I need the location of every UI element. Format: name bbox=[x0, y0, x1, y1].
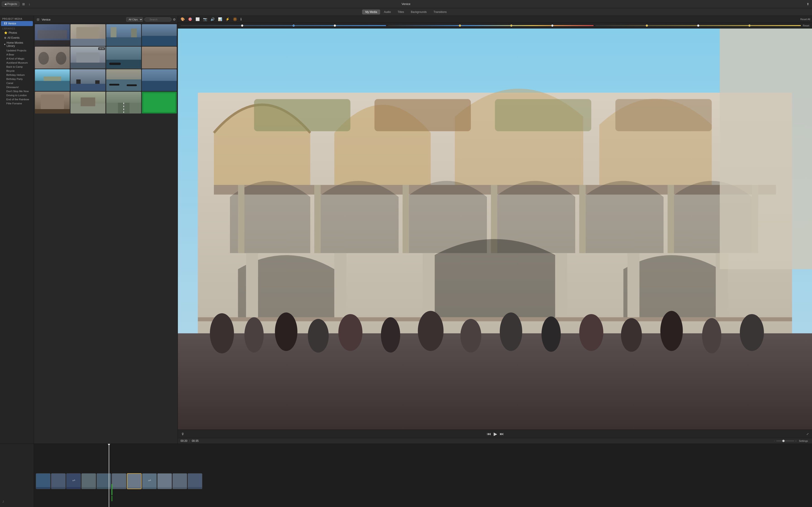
sidebar-sub-a-bear[interactable]: A Bear bbox=[1, 53, 33, 57]
timeline-clip[interactable] bbox=[36, 473, 51, 489]
sidebar-sub-fete-forraine[interactable]: Fête Forraine bbox=[1, 101, 33, 106]
fullscreen-button[interactable]: ⤢ bbox=[806, 432, 809, 436]
media-thumb[interactable] bbox=[35, 47, 70, 68]
sidebar-sub-auckland[interactable]: Auckland Museum bbox=[1, 61, 33, 65]
media-thumb[interactable] bbox=[142, 24, 177, 46]
svg-rect-105 bbox=[157, 473, 172, 489]
sidebar-item-home-movies[interactable]: ▾ Home Movies Library bbox=[1, 40, 33, 48]
info-button[interactable]: ℹ bbox=[240, 17, 243, 22]
stabilization-button[interactable]: 🔆 bbox=[232, 17, 238, 22]
total-time: 00:35 bbox=[192, 439, 198, 443]
svg-rect-61 bbox=[495, 99, 591, 131]
media-thumb[interactable] bbox=[35, 69, 70, 91]
audio-button[interactable]: 🔊 bbox=[210, 17, 216, 22]
import-button[interactable]: ↓ bbox=[28, 2, 31, 6]
sidebar-sub-end-rainbow[interactable]: End of the Rainbow bbox=[1, 97, 33, 101]
slider-handle-2[interactable] bbox=[293, 24, 295, 27]
sidebar-sub-bicycle[interactable]: Bicycle bbox=[1, 69, 33, 73]
grid-view-button[interactable]: ⊟ bbox=[36, 17, 40, 22]
zoom-handle[interactable] bbox=[782, 440, 784, 442]
timeline-clip[interactable] bbox=[97, 473, 111, 489]
slider-handle-9[interactable] bbox=[748, 24, 751, 27]
media-thumb[interactable] bbox=[35, 92, 70, 113]
media-thumb-road[interactable] bbox=[106, 92, 141, 113]
sidebar-item-venice[interactable]: 🎞 Venice bbox=[1, 21, 33, 26]
color-slider-1[interactable] bbox=[181, 25, 386, 26]
svg-rect-100 bbox=[127, 474, 142, 489]
share-button[interactable]: ⬆ bbox=[806, 2, 810, 6]
media-thumb-green-screen[interactable] bbox=[142, 92, 177, 113]
tab-audio[interactable]: Audio bbox=[380, 9, 394, 14]
zoom-controls: − + Settings bbox=[774, 439, 809, 443]
microphone-button[interactable]: 🎙 bbox=[181, 432, 185, 436]
svg-point-74 bbox=[308, 319, 329, 353]
zoom-track[interactable] bbox=[776, 441, 794, 441]
slider-handle-8[interactable] bbox=[697, 24, 699, 27]
color-slider-2[interactable] bbox=[388, 25, 593, 26]
sidebar-item-all-events[interactable]: ⊕ All Events bbox=[1, 35, 33, 40]
svg-rect-97 bbox=[97, 487, 111, 489]
media-thumb[interactable] bbox=[70, 92, 105, 113]
svg-rect-29 bbox=[95, 80, 100, 84]
slider-handle-4[interactable] bbox=[459, 24, 461, 27]
reset-color-button[interactable]: Reset bbox=[803, 24, 809, 27]
timeline-clip[interactable] bbox=[188, 473, 202, 489]
slider-group-2 bbox=[388, 25, 593, 26]
media-thumb[interactable] bbox=[35, 24, 70, 46]
media-thumb[interactable] bbox=[106, 47, 141, 68]
sidebar-sub-kind-of-magic[interactable]: A Kind of Magic bbox=[1, 57, 33, 61]
color-slider-3[interactable] bbox=[595, 25, 801, 26]
browser-settings-button[interactable]: ⚙ bbox=[173, 18, 176, 21]
timeline-settings-button[interactable]: Settings bbox=[798, 439, 809, 443]
media-thumb[interactable] bbox=[106, 24, 141, 46]
media-thumb[interactable] bbox=[70, 69, 105, 91]
sidebar-sub-birthday-helium[interactable]: Birthday Helium bbox=[1, 73, 33, 77]
media-thumb[interactable] bbox=[142, 47, 177, 68]
play-button[interactable]: ▶ bbox=[494, 431, 497, 437]
zoom-minus[interactable]: − bbox=[774, 440, 775, 442]
sidebar-sub-dont-stop[interactable]: Don't Stop Me Now bbox=[1, 89, 33, 93]
color-wheels-button[interactable]: 🎯 bbox=[187, 17, 193, 22]
sidebar-sub-canal[interactable]: Canal bbox=[1, 81, 33, 85]
sidebar-item-photos[interactable]: ⭐ Photos bbox=[1, 30, 33, 35]
camera-button[interactable]: 📷 bbox=[202, 17, 208, 22]
sidebar-sub-driving-london[interactable]: Driving to London bbox=[1, 93, 33, 97]
histogram-button[interactable]: 📊 bbox=[217, 17, 223, 22]
timeline-clip[interactable] bbox=[157, 473, 172, 489]
tab-backgrounds[interactable]: Backgrounds bbox=[408, 9, 430, 14]
timeline-clip[interactable]: ⇌ bbox=[142, 473, 157, 489]
timeline-clip[interactable] bbox=[172, 473, 187, 489]
sidebar-sub-dinosaurs[interactable]: Dinosaurs! bbox=[1, 85, 33, 89]
zoom-plus[interactable]: + bbox=[795, 440, 797, 442]
timeline-clip[interactable] bbox=[51, 473, 66, 489]
timeline-clip-active[interactable] bbox=[127, 473, 142, 489]
sidebar-sub-updated-projects[interactable]: Updated Projects bbox=[1, 48, 33, 53]
projects-button[interactable]: ◀ Projects bbox=[2, 2, 19, 7]
timeline-clip[interactable]: ⇌ bbox=[66, 473, 81, 489]
clip-appearance-button[interactable]: ⊞ bbox=[21, 2, 26, 6]
tab-titles[interactable]: Titles bbox=[395, 9, 407, 14]
media-thumb[interactable] bbox=[70, 24, 105, 46]
sidebar-sub-birthday-party[interactable]: Birthday Party bbox=[1, 77, 33, 81]
clips-filter-select[interactable]: All Clips bbox=[126, 17, 143, 22]
sidebar-sub-back-to-camp[interactable]: Back to Camp bbox=[1, 65, 33, 69]
crop-button[interactable]: ⬜ bbox=[195, 17, 201, 22]
tab-my-media[interactable]: My Media bbox=[362, 9, 380, 14]
media-thumb[interactable] bbox=[142, 69, 177, 91]
timeline-clip[interactable] bbox=[81, 473, 96, 489]
search-input[interactable] bbox=[144, 17, 171, 21]
timeline-clip[interactable] bbox=[112, 473, 126, 489]
slider-handle-1[interactable] bbox=[241, 24, 243, 27]
slider-handle-3[interactable] bbox=[334, 24, 336, 27]
media-thumb[interactable]: 20:6s bbox=[70, 47, 105, 68]
forward-button[interactable]: ⏭ bbox=[500, 432, 504, 436]
speed-button[interactable]: ⚡ bbox=[224, 17, 231, 22]
color-correction-button[interactable]: 🎨 bbox=[180, 17, 186, 22]
slider-handle-5[interactable] bbox=[510, 24, 512, 27]
slider-handle-7[interactable] bbox=[646, 24, 648, 27]
slider-handle-6[interactable] bbox=[551, 24, 554, 27]
media-thumb[interactable] bbox=[106, 69, 141, 91]
tab-transitions[interactable]: Transitions bbox=[430, 9, 450, 14]
rewind-button[interactable]: ⏮ bbox=[487, 432, 491, 436]
reset-all-button[interactable]: Reset All bbox=[801, 18, 810, 20]
